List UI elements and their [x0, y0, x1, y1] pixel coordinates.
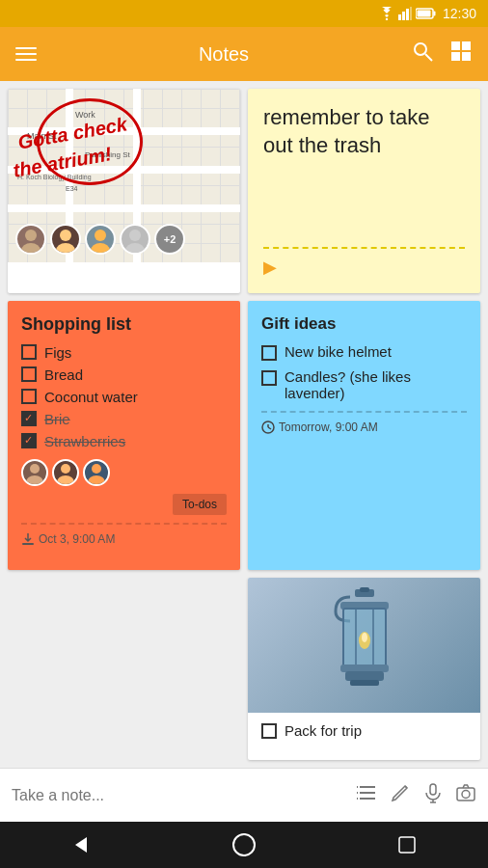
shopping-list-title: Shopping list — [21, 314, 227, 335]
note-input[interactable] — [12, 787, 345, 804]
svg-point-20 — [129, 230, 141, 241]
svg-rect-12 — [451, 52, 460, 61]
svg-point-18 — [95, 230, 106, 241]
bread-checkbox[interactable] — [21, 366, 37, 382]
svg-rect-1 — [398, 14, 401, 20]
figs-checkbox[interactable] — [21, 344, 37, 360]
candles-label: Candles? (she likes lavender) — [285, 368, 467, 401]
shopping-item-bread[interactable]: Bread — [21, 366, 227, 383]
input-bar — [0, 768, 488, 822]
lantern-svg — [326, 587, 403, 703]
shopping-avatars — [21, 459, 227, 486]
home-circle — [232, 833, 256, 856]
avatar-4 — [120, 224, 150, 255]
lantern-note-card[interactable]: Pack for trip — [248, 578, 480, 760]
list-icon[interactable] — [357, 782, 378, 808]
gift-note-card[interactable]: Gift ideas New bike helmet Candles? (she… — [248, 301, 480, 571]
shopping-list-card[interactable]: Shopping list Figs Bread Coconut water B… — [8, 301, 240, 571]
svg-rect-50 — [430, 784, 436, 795]
strawberries-label: Strawberries — [44, 433, 125, 449]
note-divider — [263, 247, 465, 249]
status-icons — [379, 7, 437, 20]
lantern-bottom: Pack for trip — [248, 713, 480, 748]
svg-rect-33 — [360, 587, 369, 592]
svg-rect-43 — [350, 680, 379, 686]
svg-point-15 — [21, 243, 41, 253]
svg-point-8 — [415, 43, 426, 55]
gift-item-candles[interactable]: Candles? (she likes lavender) — [261, 368, 467, 401]
trip-checkbox[interactable] — [261, 723, 277, 739]
signal-icon — [398, 7, 412, 20]
yellow-note-card[interactable]: remember to take out the trash ▶ — [248, 89, 480, 293]
toolbar-title: Notes — [52, 43, 395, 66]
brie-checkbox[interactable] — [21, 411, 37, 426]
svg-line-9 — [425, 54, 432, 61]
svg-rect-41 — [340, 665, 389, 672]
svg-rect-6 — [433, 12, 435, 16]
recent-button[interactable] — [388, 826, 426, 864]
toolbar: Notes — [0, 27, 488, 81]
coconut-checkbox[interactable] — [21, 389, 37, 404]
menu-button[interactable] — [15, 47, 37, 61]
clock-icon — [261, 420, 275, 434]
coconut-label: Coconut water — [44, 389, 138, 405]
shopping-footer: To-dos — [21, 494, 227, 515]
shop-avatar-2 — [52, 459, 79, 486]
shopping-date-text: Oct 3, 9:00 AM — [39, 532, 115, 546]
shopping-item-strawberries[interactable]: Strawberries — [21, 433, 227, 449]
bread-label: Bread — [44, 366, 83, 383]
svg-rect-42 — [345, 671, 384, 681]
helmet-label: New bike helmet — [285, 343, 392, 360]
svg-rect-13 — [462, 52, 471, 61]
svg-point-25 — [57, 475, 74, 484]
shopping-item-coconut[interactable]: Coconut water — [21, 389, 227, 405]
svg-point-23 — [26, 475, 43, 484]
svg-point-22 — [30, 464, 40, 474]
back-button[interactable] — [62, 826, 100, 864]
battery-icon — [416, 8, 437, 19]
helmet-checkbox[interactable] — [261, 345, 277, 361]
svg-point-24 — [61, 464, 70, 474]
shopping-item-figs[interactable]: Figs — [21, 344, 227, 361]
svg-point-27 — [88, 475, 105, 484]
trip-label: Pack for trip — [285, 722, 362, 739]
svg-point-16 — [60, 230, 71, 241]
svg-marker-55 — [75, 837, 87, 853]
map-avatars: +2 — [15, 224, 185, 255]
gift-time-text: Tomorrow, 9:00 AM — [279, 420, 378, 434]
strawberries-checkbox[interactable] — [21, 433, 37, 448]
shopping-divider — [21, 523, 227, 525]
map-note-card[interactable]: Work Main St Publishing St H. Koch Biolo… — [8, 89, 240, 293]
svg-rect-28 — [22, 543, 34, 545]
shop-avatar-3 — [83, 459, 110, 486]
gift-time: Tomorrow, 9:00 AM — [261, 420, 467, 434]
microphone-icon[interactable] — [422, 782, 444, 808]
gift-item-helmet[interactable]: New bike helmet — [261, 343, 467, 361]
camera-icon[interactable] — [455, 782, 476, 808]
svg-rect-56 — [399, 837, 415, 853]
avatar-2 — [50, 224, 81, 255]
shopping-item-brie[interactable]: Brie — [21, 411, 227, 427]
svg-rect-4 — [410, 7, 412, 20]
pack-trip-item[interactable]: Pack for trip — [261, 722, 467, 739]
yellow-note-text: remember to take out the trash — [263, 104, 465, 235]
grid-button[interactable] — [449, 40, 473, 68]
home-button[interactable] — [225, 826, 263, 864]
pencil-icon[interactable] — [390, 782, 411, 808]
gift-divider — [261, 411, 467, 413]
svg-point-21 — [125, 243, 145, 253]
play-icon[interactable]: ▶ — [263, 257, 465, 278]
time-display: 12:30 — [443, 6, 476, 21]
notes-grid: Work Main St Publishing St H. Koch Biolo… — [0, 81, 488, 768]
svg-point-17 — [56, 243, 75, 253]
search-button[interactable] — [411, 40, 434, 68]
todos-badge: To-dos — [173, 494, 227, 515]
wifi-icon — [379, 7, 394, 20]
svg-point-40 — [362, 633, 367, 642]
svg-point-0 — [386, 18, 388, 20]
svg-line-31 — [268, 427, 271, 429]
svg-rect-11 — [462, 41, 471, 50]
candles-checkbox[interactable] — [261, 370, 277, 386]
svg-point-14 — [25, 230, 37, 241]
brie-label: Brie — [44, 411, 70, 427]
